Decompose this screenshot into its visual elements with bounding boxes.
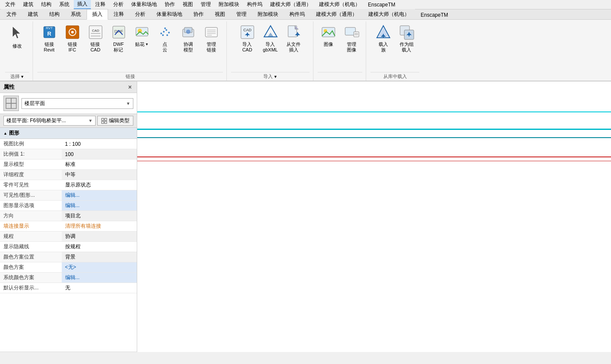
section-header-graphics[interactable]: ▲ 图形 [0, 128, 137, 139]
menu-modeling-master-general[interactable]: 建模大师（通用） [267, 0, 315, 9]
svg-point-24 [186, 30, 190, 34]
import-gbxml-button[interactable]: 导入gbXML [260, 22, 281, 69]
link-cad-label: 链接CAD [90, 42, 100, 53]
import-cad-button[interactable]: CAD 导入CAD [237, 22, 258, 69]
prop-value[interactable]: 1 : 100 [62, 139, 137, 149]
select-dropdown[interactable]: 选择 ▼ [5, 72, 29, 81]
point-cloud-button[interactable]: 点云 [154, 22, 176, 69]
prop-label: 比例值 1: [0, 149, 62, 159]
tab-modeling-mep[interactable]: 建模大师（机电） [363, 9, 415, 19]
image-button[interactable]: 图像 [318, 22, 339, 69]
menu-addins[interactable]: 附加模块 [215, 0, 243, 9]
dwf-button[interactable]: DWF DWF标记 [108, 22, 129, 69]
link-cad-button[interactable]: CAD 链接CAD [85, 22, 106, 69]
menu-component-dock[interactable]: 构件坞 [244, 0, 266, 9]
svg-rect-55 [11, 98, 16, 103]
import-group-label-row[interactable]: 导入 ▼ [231, 72, 310, 81]
tab-architecture[interactable]: 建筑 [22, 9, 44, 19]
svg-text:RVT: RVT [46, 26, 53, 30]
prop-value[interactable]: 编辑... [62, 273, 137, 283]
load-family-button[interactable]: 载入族 [373, 22, 394, 69]
edit-type-button[interactable]: 编辑类型 [97, 116, 133, 126]
menu-modeling-master-mep[interactable]: 建模大师（机电） [316, 0, 364, 9]
type-dropdown-arrow: ▼ [126, 101, 130, 106]
group-image: 图像 管理图像 [314, 21, 366, 81]
tab-structure[interactable]: 结构 [44, 9, 65, 19]
menu-enscape[interactable]: EnscapeTM [364, 1, 399, 9]
prop-label: 显示模型 [0, 159, 62, 170]
menu-annotate[interactable]: 注释 [92, 0, 109, 9]
manage-links-button[interactable]: 管理链接 [201, 22, 222, 69]
menu-file[interactable]: 文件 [2, 0, 19, 9]
svg-marker-35 [268, 33, 274, 37]
coordination-button[interactable]: 协调模型 [178, 22, 199, 69]
view-dropdown[interactable]: 楼层平面: F6弱电桥架平... ▼ [3, 116, 96, 126]
modify-button[interactable]: 修改 [5, 22, 29, 69]
prop-row: 默认分析显示...无 [0, 283, 137, 293]
svg-text:CAD: CAD [92, 29, 99, 33]
tab-view[interactable]: 视图 [209, 9, 231, 19]
properties-panel: 属性 × 楼层平面 ▼ 楼层平面: F6弱电桥架平... ▼ [0, 81, 137, 352]
type-selector: 楼层平面 ▼ [0, 93, 137, 114]
tab-system[interactable]: 系统 [65, 9, 87, 19]
cursor-icon [9, 24, 26, 42]
type-icon [3, 96, 19, 111]
tab-annotate[interactable]: 注释 [108, 9, 129, 19]
svg-point-20 [166, 34, 168, 36]
prop-value[interactable]: <无> [62, 262, 137, 273]
tab-massing[interactable]: 体量和场地 [151, 9, 188, 19]
insert-file-button[interactable]: 从文件插入 [283, 22, 304, 69]
prop-value: 协调 [62, 232, 137, 242]
menu-massing[interactable]: 体量和场地 [128, 0, 160, 9]
group-select: 修改 选择 ▼ [2, 21, 33, 81]
link-ifc-button[interactable]: 链接IFC [62, 22, 83, 69]
tab-enscape[interactable]: EnscapeTM [415, 10, 454, 19]
type-dropdown[interactable]: 楼层平面 ▼ [21, 98, 133, 109]
prop-value[interactable]: 编辑... [62, 190, 137, 201]
tab-modeling-general[interactable]: 建模大师（通用） [310, 9, 363, 19]
link-ifc-icon [64, 24, 81, 41]
prop-row: 比例值 1:100 [0, 149, 137, 159]
prop-value: 清理所有墙连接 [62, 221, 137, 232]
manage-image-button[interactable]: 管理图像 [341, 22, 362, 69]
prop-value: 背景 [62, 252, 137, 262]
manage-links-label: 管理链接 [207, 42, 216, 53]
tab-manage[interactable]: 管理 [231, 9, 252, 19]
svg-rect-53 [6, 98, 11, 103]
canvas-line [137, 137, 611, 138]
canvas-area[interactable] [137, 81, 611, 352]
close-properties-button[interactable]: × [126, 84, 133, 90]
load-as-group-button[interactable]: 作为组载入 [396, 22, 417, 69]
prop-row: 颜色方案<无> [0, 262, 137, 273]
tab-insert[interactable]: 插入 [87, 9, 108, 20]
tab-addins[interactable]: 附加模块 [252, 9, 284, 19]
edit-type-label: 编辑类型 [109, 117, 129, 124]
prop-row: 规程协调 [0, 232, 137, 242]
tab-component-dock[interactable]: 构件坞 [284, 9, 310, 19]
decal-button[interactable]: 贴花▼ [131, 22, 153, 69]
svg-text:DWF: DWF [114, 29, 123, 33]
ribbon-tabs: 文件 建筑 结构 系统 插入 注释 分析 体量和场地 协作 视图 管理 附加模块… [0, 9, 611, 20]
prop-value[interactable]: 编辑... [62, 201, 137, 211]
prop-label: 颜色方案位置 [0, 252, 62, 262]
prop-label: 零件可见性 [0, 180, 62, 190]
prop-row: 零件可见性显示原状态 [0, 180, 137, 190]
link-revit-button[interactable]: R RVT 链接Revit [39, 22, 60, 69]
prop-label: 可见性/图形... [0, 190, 62, 201]
menu-view[interactable]: 视图 [179, 0, 196, 9]
menu-collaborate[interactable]: 协作 [161, 0, 178, 9]
menu-architecture[interactable]: 建筑 [20, 0, 37, 9]
menu-structure[interactable]: 结构 [38, 0, 55, 9]
menu-manage[interactable]: 管理 [197, 0, 214, 9]
import-gbxml-icon [262, 24, 279, 41]
load-as-group-icon [398, 24, 415, 41]
decal-icon [133, 24, 150, 41]
menu-analyze[interactable]: 分析 [110, 0, 127, 9]
tab-file[interactable]: 文件 [1, 9, 22, 19]
menu-system[interactable]: 系统 [56, 0, 73, 9]
canvas-line [137, 156, 611, 157]
menu-insert[interactable]: 插入 [74, 0, 91, 9]
svg-rect-60 [105, 121, 107, 123]
tab-analyze[interactable]: 分析 [129, 9, 151, 19]
tab-collaborate[interactable]: 协作 [188, 9, 209, 19]
